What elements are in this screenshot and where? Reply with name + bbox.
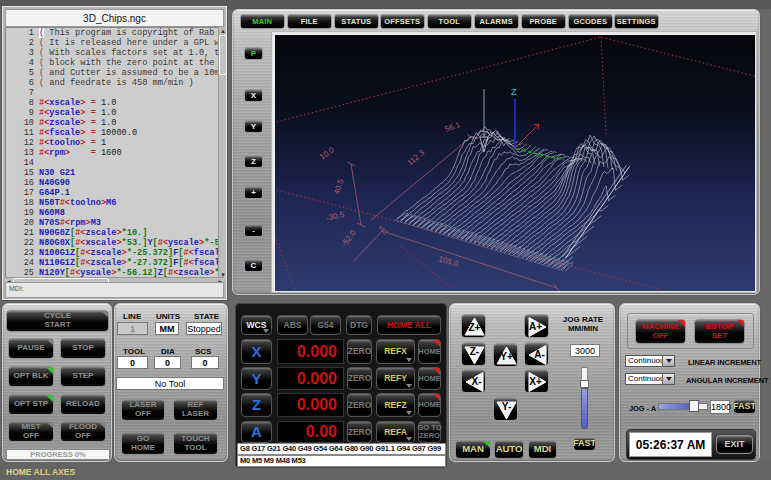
svg-text:Z-: Z- xyxy=(470,346,479,357)
svg-text:Z: Z xyxy=(511,87,517,97)
svg-text:40.5: 40.5 xyxy=(332,178,345,196)
svg-text:X+: X+ xyxy=(529,376,542,387)
svg-text:A+: A+ xyxy=(529,321,542,332)
svg-text:A-: A- xyxy=(534,349,545,360)
svg-text:112.3: 112.3 xyxy=(406,148,427,168)
svg-text:Y+: Y+ xyxy=(500,351,513,362)
svg-text:-30.5: -30.5 xyxy=(325,210,345,223)
svg-text:105.0: 105.0 xyxy=(437,254,459,269)
svg-text:X-: X- xyxy=(472,376,482,387)
svg-text:Z+: Z+ xyxy=(469,322,481,333)
svg-text:56.1: 56.1 xyxy=(444,120,462,134)
svg-text:Y-: Y- xyxy=(502,401,511,412)
svg-text:-52.0: -52.0 xyxy=(339,228,358,248)
svg-text:10.0: 10.0 xyxy=(318,145,336,162)
